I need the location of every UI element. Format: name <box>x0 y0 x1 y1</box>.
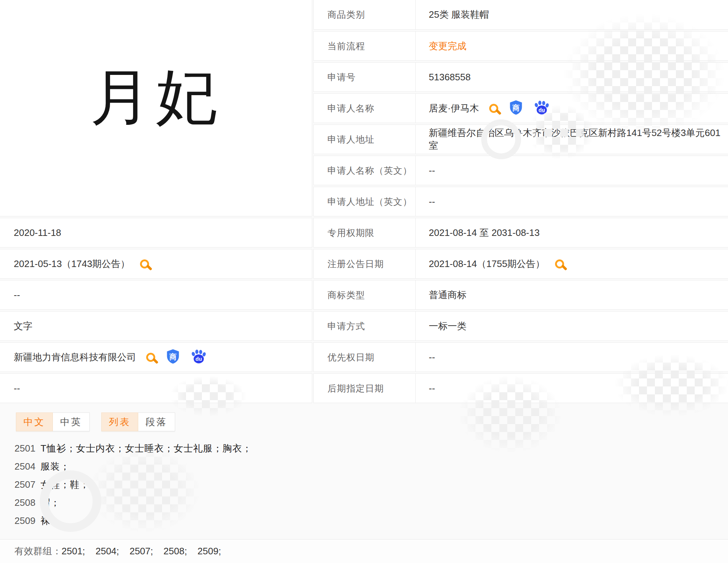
goods-row: 2508 帽； <box>0 494 434 512</box>
left-row-mark-form: 文字 <box>0 311 312 341</box>
baidu-icon[interactable]: du <box>191 349 207 365</box>
left-row-application-date: 2020-11-18 <box>0 218 312 247</box>
row-value: 51368558 <box>416 72 471 83</box>
row-value: -- <box>0 383 20 394</box>
row-exclusive-right-period: 专用权期限 2021-08-14 至 2031-08-13 <box>313 218 728 247</box>
goods-row: 2501 T恤衫；女士内衣；女士睡衣；女士礼服；胸衣； <box>0 439 434 457</box>
row-label: 申请人名称 <box>314 94 416 123</box>
goods-group-code: 2507 <box>0 479 41 490</box>
row-label: 申请人地址 <box>314 125 416 154</box>
row-label: 商标类型 <box>314 280 416 309</box>
row-value: 新疆维吾尔自治区乌鲁木齐市沙依巴克区新村路141号52号楼3单元601室 <box>416 127 728 152</box>
row-application-number: 申请号 51368558 <box>313 62 728 92</box>
language-tab-group: 中文 中英 <box>16 412 90 431</box>
row-label: 申请号 <box>314 63 416 92</box>
tab-chinese-english[interactable]: 中英 <box>53 412 90 431</box>
valid-groups-row: 有效群组： 2501; 2504; 2507; 2508; 2509; <box>0 539 728 563</box>
search-icon[interactable] <box>489 104 498 113</box>
svg-text:du: du <box>195 356 202 362</box>
row-value: -- <box>416 383 435 394</box>
goods-items: T恤衫；女士内衣；女士睡衣；女士礼服；胸衣； <box>41 442 252 455</box>
goods-row: 2509 袜； <box>0 512 434 530</box>
row-value: -- <box>416 196 435 207</box>
row-value: 2021-05-13（1743期公告） <box>0 258 130 270</box>
svg-text:du: du <box>538 107 545 113</box>
row-value: 新疆地力肯信息科技有限公司 <box>0 351 136 364</box>
current-process-link[interactable]: 变更完成 <box>416 40 466 52</box>
svg-text:商: 商 <box>169 353 177 361</box>
search-icon[interactable] <box>140 259 149 268</box>
trademark-badge-icon[interactable]: 商 <box>509 100 523 117</box>
goods-items: 帽； <box>41 496 60 509</box>
trademark-detail-page: 月妃 2020-11-18 2021-05-13（1743期公告） -- 文字 … <box>0 0 728 563</box>
trademark-image-cell: 月妃 <box>0 0 312 216</box>
row-value: 普通商标 <box>416 289 466 301</box>
row-value: 2021-08-14 至 2031-08-13 <box>416 227 539 239</box>
search-icon[interactable] <box>146 353 155 362</box>
left-row-empty-2: -- <box>0 373 312 403</box>
layout-tab-group: 列表 段落 <box>101 412 175 431</box>
goods-row: 2507 女鞋；鞋； <box>0 475 434 494</box>
goods-group-code: 2508 <box>0 497 41 508</box>
row-value: -- <box>0 289 20 301</box>
tab-list-view[interactable]: 列表 <box>101 412 138 431</box>
trademark-name: 月妃 <box>90 57 222 139</box>
tab-chinese[interactable]: 中文 <box>16 412 53 431</box>
row-label: 注册公告日期 <box>314 249 416 278</box>
valid-groups-label: 有效群组： <box>14 545 62 558</box>
row-label: 优先权日期 <box>314 343 416 372</box>
row-applicant-name: 申请人名称 居麦·伊马木 商 du <box>313 93 728 123</box>
row-current-process: 当前流程 变更完成 <box>313 31 728 61</box>
goods-items: 服装； <box>41 460 70 473</box>
row-value: 居麦·伊马木 <box>416 102 479 115</box>
row-applicant-address-en: 申请人地址（英文） -- <box>313 187 728 216</box>
goods-group-code: 2504 <box>0 461 41 472</box>
row-applicant-name-en: 申请人名称（英文） -- <box>313 156 728 185</box>
row-later-designation-date: 后期指定日期 -- <box>313 373 728 403</box>
row-label: 当前流程 <box>314 31 416 60</box>
valid-groups-values: 2501; 2504; 2507; 2508; 2509; <box>62 546 221 557</box>
row-label: 商品类别 <box>314 0 416 29</box>
left-row-empty: -- <box>0 280 312 310</box>
row-label: 后期指定日期 <box>314 374 416 403</box>
row-value: -- <box>416 165 435 176</box>
goods-items: 女鞋；鞋； <box>41 478 89 491</box>
goods-group-code: 2509 <box>0 515 41 526</box>
left-row-first-gazette: 2021-05-13（1743期公告） <box>0 249 312 279</box>
row-goods-class: 商品类别 25类 服装鞋帽 <box>313 0 728 30</box>
row-trademark-type: 商标类型 普通商标 <box>313 280 728 310</box>
row-value: 一标一类 <box>416 320 466 333</box>
row-value: 2020-11-18 <box>0 227 61 238</box>
row-registration-gazette-date: 注册公告日期 2021-08-14（1755期公告） <box>313 249 728 279</box>
svg-text:商: 商 <box>512 104 520 112</box>
left-row-agency: 新疆地力肯信息科技有限公司 商 du <box>0 342 312 372</box>
row-value: 文字 <box>0 320 33 333</box>
row-priority-date: 优先权日期 -- <box>313 342 728 372</box>
row-label: 申请人地址（英文） <box>314 187 416 216</box>
goods-group-code: 2501 <box>0 443 41 454</box>
row-applicant-address: 申请人地址 新疆维吾尔自治区乌鲁木齐市沙依巴克区新村路141号52号楼3单元60… <box>313 124 728 154</box>
goods-section: 中文 中英 列表 段落 2501 T恤衫；女士内衣；女士睡衣；女士礼服；胸衣； … <box>0 403 728 563</box>
baidu-icon[interactable]: du <box>534 100 550 116</box>
row-value: 25类 服装鞋帽 <box>416 8 489 21</box>
row-label: 申请人名称（英文） <box>314 156 416 185</box>
goods-items: 袜； <box>41 515 60 527</box>
row-value: -- <box>416 352 435 363</box>
search-icon[interactable] <box>555 259 564 268</box>
row-label: 专用权期限 <box>314 218 416 247</box>
trademark-badge-icon[interactable]: 商 <box>166 349 180 365</box>
row-application-mode: 申请方式 一标一类 <box>313 311 728 341</box>
goods-list: 2501 T恤衫；女士内衣；女士睡衣；女士礼服；胸衣； 2504 服装； 250… <box>0 439 434 530</box>
row-label: 申请方式 <box>314 312 416 340</box>
goods-row: 2504 服装； <box>0 457 434 475</box>
row-value: 2021-08-14（1755期公告） <box>416 258 545 270</box>
tab-paragraph-view[interactable]: 段落 <box>138 412 175 431</box>
